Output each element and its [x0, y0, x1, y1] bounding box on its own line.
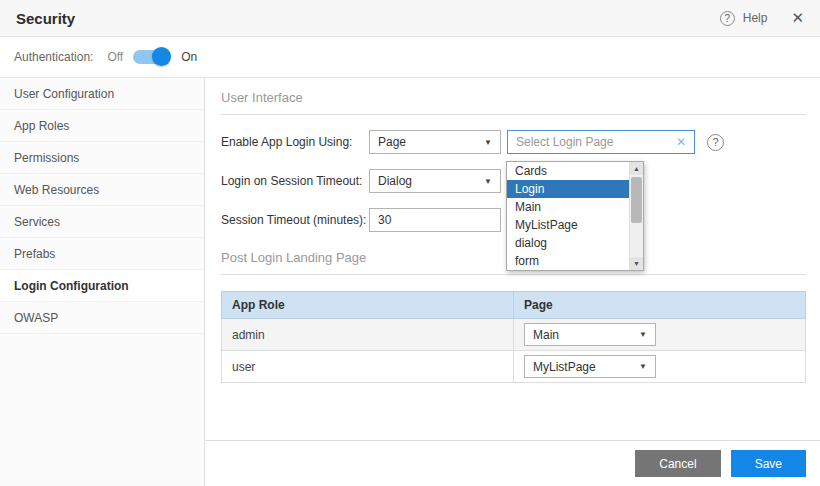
- chevron-down-icon: ▼: [484, 177, 492, 186]
- session-timeout-label: Session Timeout (minutes):: [221, 213, 369, 227]
- login-page-placeholder: Select Login Page: [516, 135, 613, 149]
- column-header-page: Page: [514, 292, 806, 319]
- enable-app-login-row: Enable App Login Using: Page ▼ Select Lo…: [221, 130, 806, 154]
- authentication-label: Authentication:: [14, 50, 93, 64]
- main-panel: User Interface Enable App Login Using: P…: [205, 78, 820, 486]
- dropdown-scrollbar[interactable]: ▲ ▼: [629, 162, 643, 270]
- dropdown-option-login[interactable]: Login: [507, 180, 629, 198]
- dropdown-option-cards[interactable]: Cards: [507, 162, 629, 180]
- chevron-down-icon: ▼: [639, 330, 647, 339]
- toggle-off-label: Off: [107, 50, 123, 64]
- dropdown-option-dialog[interactable]: dialog: [507, 234, 629, 252]
- table-row: user MyListPage ▼: [222, 351, 806, 383]
- close-icon[interactable]: ✕: [791, 9, 804, 27]
- enable-app-login-label: Enable App Login Using:: [221, 135, 369, 149]
- login-page-dropdown-list: Cards Login Main MyListPage dialog form …: [506, 161, 644, 271]
- admin-page-select[interactable]: Main ▼: [524, 323, 656, 346]
- session-timeout-input[interactable]: [369, 208, 501, 232]
- help-icon[interactable]: ?: [720, 11, 735, 26]
- column-header-app-role: App Role: [222, 292, 514, 319]
- section-user-interface: User Interface: [221, 90, 806, 115]
- clear-icon[interactable]: ✕: [676, 135, 686, 149]
- login-mode-value: Page: [378, 135, 406, 149]
- login-mode-select[interactable]: Page ▼: [369, 130, 501, 154]
- sidebar-item-permissions[interactable]: Permissions: [0, 142, 204, 174]
- user-page-value: MyListPage: [533, 360, 596, 374]
- sidebar: User Configuration App Roles Permissions…: [0, 78, 205, 486]
- dropdown-option-form[interactable]: form: [507, 252, 629, 270]
- timeout-action-value: Dialog: [378, 174, 412, 188]
- sidebar-item-user-configuration[interactable]: User Configuration: [0, 78, 204, 110]
- app-role-cell: admin: [222, 319, 514, 351]
- app-role-cell: user: [222, 351, 514, 383]
- authentication-toggle[interactable]: [133, 50, 169, 64]
- chevron-down-icon: ▼: [484, 138, 492, 147]
- table-row: admin Main ▼: [222, 319, 806, 351]
- landing-page-table: App Role Page admin Main ▼ user MyListPa…: [221, 291, 806, 383]
- cancel-button[interactable]: Cancel: [635, 450, 720, 477]
- dropdown-option-main[interactable]: Main: [507, 198, 629, 216]
- sidebar-item-login-configuration[interactable]: Login Configuration: [0, 270, 204, 302]
- timeout-action-select[interactable]: Dialog ▼: [369, 169, 501, 193]
- login-on-timeout-label: Login on Session Timeout:: [221, 174, 369, 188]
- authentication-bar: Authentication: Off On: [0, 37, 820, 78]
- security-dialog: Security ? Help ✕ Authentication: Off On…: [0, 0, 820, 486]
- toggle-knob: [152, 47, 171, 66]
- field-help-icon[interactable]: ?: [707, 134, 724, 151]
- footer-bar: Cancel Save: [205, 440, 820, 486]
- user-page-select[interactable]: MyListPage ▼: [524, 355, 656, 378]
- save-button[interactable]: Save: [731, 450, 806, 477]
- sidebar-item-app-roles[interactable]: App Roles: [0, 110, 204, 142]
- chevron-down-icon: ▼: [639, 362, 647, 371]
- login-page-combobox[interactable]: Select Login Page ✕: [507, 130, 695, 154]
- title-bar: Security ? Help ✕: [0, 0, 820, 37]
- page-title: Security: [16, 10, 75, 27]
- scroll-down-icon[interactable]: ▼: [630, 257, 643, 270]
- toggle-on-label: On: [181, 50, 197, 64]
- sidebar-item-prefabs[interactable]: Prefabs: [0, 238, 204, 270]
- sidebar-item-services[interactable]: Services: [0, 206, 204, 238]
- scroll-up-icon[interactable]: ▲: [630, 162, 643, 175]
- dropdown-option-mylistpage[interactable]: MyListPage: [507, 216, 629, 234]
- sidebar-item-owasp[interactable]: OWASP: [0, 302, 204, 334]
- admin-page-value: Main: [533, 328, 559, 342]
- scrollbar-thumb[interactable]: [631, 177, 642, 223]
- sidebar-item-web-resources[interactable]: Web Resources: [0, 174, 204, 206]
- help-link[interactable]: Help: [743, 11, 768, 25]
